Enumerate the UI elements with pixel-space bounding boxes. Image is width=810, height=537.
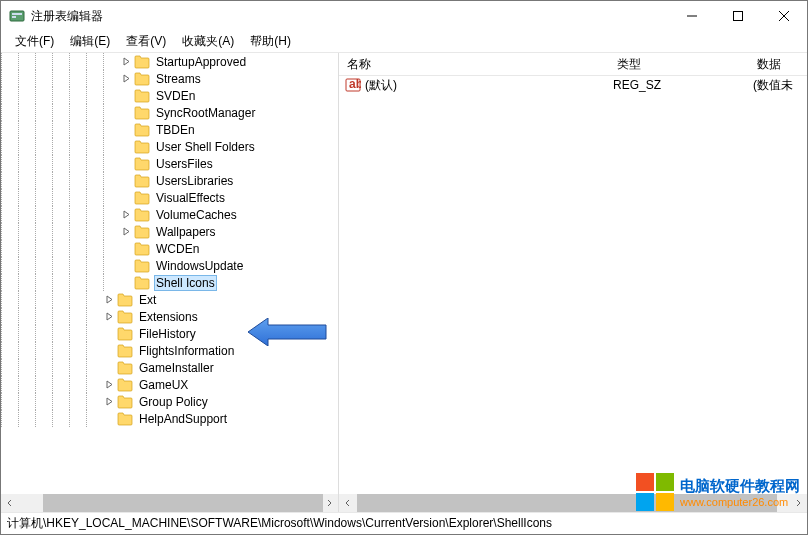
menu-view[interactable]: 查看(V) [118,31,174,52]
svg-rect-2 [12,16,16,18]
tree-item-usersfiles[interactable]: UsersFiles [1,155,338,172]
col-data[interactable]: 数据 [749,53,807,75]
scroll-left-icon[interactable] [1,494,19,512]
expander-icon[interactable] [103,295,115,304]
close-button[interactable] [761,1,807,31]
tree-item-tbden[interactable]: TBDEn [1,121,338,138]
expander-icon[interactable] [120,74,132,83]
folder-icon [134,106,150,120]
app-icon [9,8,25,24]
folder-icon [134,123,150,137]
svg-text:ab: ab [349,77,361,91]
window-buttons [669,1,807,31]
list-header[interactable]: 名称 类型 数据 [339,53,807,76]
tree-item-user-shell-folders[interactable]: User Shell Folders [1,138,338,155]
value-type: REG_SZ [613,78,753,92]
tree-item-label: Streams [154,72,203,86]
tree-item-label: VisualEffects [154,191,227,205]
client-area: StartupApprovedStreamsSVDEnSyncRootManag… [1,53,807,512]
maximize-button[interactable] [715,1,761,31]
tree-item-label: GameInstaller [137,361,216,375]
folder-icon [117,361,133,375]
tree-pane[interactable]: StartupApprovedStreamsSVDEnSyncRootManag… [1,53,339,512]
expander-icon[interactable] [103,397,115,406]
tree-item-label: GameUX [137,378,190,392]
folder-icon [134,72,150,86]
scroll-right-icon[interactable] [789,494,807,512]
tree-item-syncrootmanager[interactable]: SyncRootManager [1,104,338,121]
tree-item-label: StartupApproved [154,55,248,69]
tree-item-svden[interactable]: SVDEn [1,87,338,104]
col-type[interactable]: 类型 [609,53,749,75]
tree-item-filehistory[interactable]: FileHistory [1,325,338,342]
list-hscrollbar[interactable] [339,494,807,512]
tree-item-userslibraries[interactable]: UsersLibraries [1,172,338,189]
values-pane[interactable]: 名称 类型 数据 ab (默认) REG_SZ (数值未 [339,53,807,512]
expander-icon[interactable] [103,312,115,321]
folder-icon [117,327,133,341]
menu-favorites[interactable]: 收藏夹(A) [174,31,242,52]
folder-icon [134,242,150,256]
tree-item-label: Shell Icons [154,275,217,291]
scroll-thumb[interactable] [43,494,323,512]
menu-help[interactable]: 帮助(H) [242,31,299,52]
expander-icon[interactable] [103,380,115,389]
folder-icon [117,344,133,358]
tree-item-visualeffects[interactable]: VisualEffects [1,189,338,206]
list-row[interactable]: ab (默认) REG_SZ (数值未 [339,76,807,94]
tree-item-wcden[interactable]: WCDEn [1,240,338,257]
tree-item-gameux[interactable]: GameUX [1,376,338,393]
tree-item-label: UsersLibraries [154,174,235,188]
tree-item-ext[interactable]: Ext [1,291,338,308]
folder-icon [134,157,150,171]
folder-icon [134,89,150,103]
scroll-thumb[interactable] [357,494,777,512]
tree-item-streams[interactable]: Streams [1,70,338,87]
folder-icon [117,310,133,324]
svg-rect-1 [12,13,22,15]
tree-item-label: WindowsUpdate [154,259,245,273]
expander-icon[interactable] [120,210,132,219]
tree-item-startupapproved[interactable]: StartupApproved [1,53,338,70]
status-path: 计算机\HKEY_LOCAL_MACHINE\SOFTWARE\Microsof… [7,515,552,532]
col-name[interactable]: 名称 [339,53,609,75]
tree-item-gameinstaller[interactable]: GameInstaller [1,359,338,376]
tree-item-label: Group Policy [137,395,210,409]
folder-icon [134,140,150,154]
tree-item-volumecaches[interactable]: VolumeCaches [1,206,338,223]
folder-icon [134,174,150,188]
folder-icon [117,412,133,426]
scroll-left-icon[interactable] [339,494,357,512]
tree-item-label: SyncRootManager [154,106,257,120]
menu-edit[interactable]: 编辑(E) [62,31,118,52]
tree-item-extensions[interactable]: Extensions [1,308,338,325]
tree-item-label: WCDEn [154,242,201,256]
tree-item-label: Ext [137,293,158,307]
tree-item-group-policy[interactable]: Group Policy [1,393,338,410]
tree-item-label: Extensions [137,310,200,324]
folder-icon [134,55,150,69]
expander-icon[interactable] [120,227,132,236]
folder-icon [117,378,133,392]
minimize-button[interactable] [669,1,715,31]
menubar: 文件(F) 编辑(E) 查看(V) 收藏夹(A) 帮助(H) [1,31,807,53]
menu-file[interactable]: 文件(F) [7,31,62,52]
tree-item-label: HelpAndSupport [137,412,229,426]
window-title: 注册表编辑器 [31,8,669,25]
svg-rect-4 [734,12,743,21]
tree-item-flightsinformation[interactable]: FlightsInformation [1,342,338,359]
tree-item-shell-icons[interactable]: Shell Icons [1,274,338,291]
string-value-icon: ab [345,77,361,93]
folder-icon [134,191,150,205]
folder-icon [117,395,133,409]
titlebar[interactable]: 注册表编辑器 [1,1,807,31]
tree-hscrollbar[interactable] [1,494,338,512]
tree-item-wallpapers[interactable]: Wallpapers [1,223,338,240]
expander-icon[interactable] [120,57,132,66]
value-data: (数值未 [753,77,793,94]
tree-item-windowsupdate[interactable]: WindowsUpdate [1,257,338,274]
value-name: (默认) [365,77,613,94]
tree-item-label: UsersFiles [154,157,215,171]
tree-item-label: TBDEn [154,123,197,137]
tree-item-helpandsupport[interactable]: HelpAndSupport [1,410,338,427]
